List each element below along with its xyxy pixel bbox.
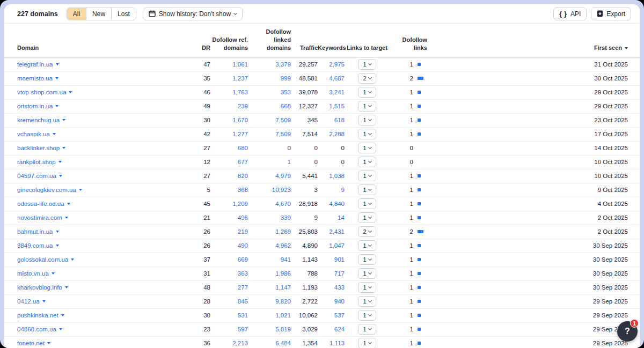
dofollow-linked-domains-link[interactable]: 1,269 bbox=[275, 228, 291, 235]
dofollow-ref-domains-link[interactable]: 669 bbox=[238, 256, 248, 263]
dofollow-linked-domains-link[interactable]: 6,484 bbox=[275, 340, 291, 346]
domain-caret-icon[interactable] bbox=[79, 189, 82, 191]
dofollow-linked-domains-link[interactable]: 5,819 bbox=[275, 326, 291, 332]
domain-caret-icon[interactable] bbox=[65, 217, 68, 219]
keywords-link[interactable]: 1,038 bbox=[329, 173, 345, 179]
domain-caret-icon[interactable] bbox=[55, 77, 58, 79]
keywords-link[interactable]: 14 bbox=[338, 214, 345, 221]
links-count-select[interactable]: 1 bbox=[358, 115, 376, 125]
links-count-select[interactable]: 1 bbox=[358, 254, 376, 265]
domain-link[interactable]: 04868.com.ua bbox=[17, 326, 56, 332]
dofollow-linked-domains-link[interactable]: 999 bbox=[281, 75, 291, 82]
dofollow-linked-domains-link[interactable]: 9,820 bbox=[275, 298, 291, 305]
links-count-select[interactable]: 2 bbox=[358, 73, 376, 84]
dofollow-linked-domains-link[interactable]: 3,379 bbox=[275, 61, 291, 68]
export-button[interactable]: Export bbox=[591, 8, 631, 20]
dofollow-ref-domains-link[interactable]: 820 bbox=[238, 173, 248, 179]
show-history-dropdown[interactable]: Show history: Don't show bbox=[143, 8, 243, 20]
keywords-link[interactable]: 537 bbox=[334, 312, 345, 319]
links-count-select[interactable]: 1 bbox=[358, 296, 376, 307]
links-count-select[interactable]: 1 bbox=[358, 59, 376, 70]
domain-link[interactable]: pushkinska.net bbox=[17, 312, 58, 319]
links-count-select[interactable]: 1 bbox=[358, 310, 376, 321]
domain-caret-icon[interactable] bbox=[69, 91, 72, 93]
dofollow-ref-domains-link[interactable]: 496 bbox=[238, 214, 248, 221]
domain-link[interactable]: toneto.net bbox=[17, 340, 45, 346]
domain-link[interactable]: vchaspik.ua bbox=[17, 131, 50, 137]
dofollow-ref-domains-link[interactable]: 1,277 bbox=[232, 131, 248, 137]
dofollow-linked-domains-link[interactable]: 4,962 bbox=[275, 242, 291, 249]
dofollow-linked-domains-link[interactable]: 941 bbox=[281, 256, 291, 263]
domain-link[interactable]: telegraf.in.ua bbox=[17, 61, 53, 68]
domain-link[interactable]: rankpilot.shop bbox=[17, 159, 56, 165]
domain-caret-icon[interactable] bbox=[58, 161, 62, 163]
col-header-domain[interactable]: Domain bbox=[4, 24, 187, 57]
dofollow-ref-domains-link[interactable]: 1,763 bbox=[232, 89, 248, 95]
col-header-links-to-target[interactable]: Links to target bbox=[345, 24, 390, 57]
domain-caret-icon[interactable] bbox=[56, 63, 59, 65]
dofollow-ref-domains-link[interactable]: 363 bbox=[238, 270, 248, 277]
links-count-select[interactable]: 1 bbox=[358, 171, 376, 181]
domain-link[interactable]: odessa-life.od.ua bbox=[17, 201, 64, 207]
dofollow-ref-domains-link[interactable]: 1,237 bbox=[232, 75, 248, 82]
dofollow-linked-domains-link[interactable]: 1 bbox=[288, 159, 291, 165]
dofollow-ref-domains-link[interactable]: 277 bbox=[238, 284, 248, 291]
domain-caret-icon[interactable] bbox=[71, 258, 74, 261]
domain-link[interactable]: 3849.com.ua bbox=[17, 242, 53, 249]
col-header-first-seen[interactable]: First seen bbox=[427, 24, 640, 57]
domain-link[interactable]: kharkovblog.info bbox=[17, 284, 62, 291]
domain-caret-icon[interactable] bbox=[55, 105, 58, 107]
dofollow-linked-domains-link[interactable]: 10,923 bbox=[272, 187, 291, 193]
domain-caret-icon[interactable] bbox=[65, 286, 68, 288]
keywords-link[interactable]: 1,047 bbox=[329, 242, 345, 249]
keywords-link[interactable]: 4,687 bbox=[329, 75, 345, 82]
dofollow-ref-domains-link[interactable]: 677 bbox=[238, 159, 248, 165]
dofollow-ref-domains-link[interactable]: 845 bbox=[238, 298, 248, 305]
domain-caret-icon[interactable] bbox=[56, 245, 59, 247]
dofollow-linked-domains-link[interactable]: 1,986 bbox=[275, 270, 291, 277]
dofollow-ref-domains-link[interactable]: 239 bbox=[238, 103, 248, 109]
dofollow-ref-domains-link[interactable]: 1,670 bbox=[232, 117, 248, 123]
domain-link[interactable]: 04597.com.ua bbox=[17, 173, 56, 179]
dofollow-ref-domains-link[interactable]: 597 bbox=[238, 326, 248, 332]
keywords-link[interactable]: 2,431 bbox=[329, 228, 345, 235]
keywords-link[interactable]: 901 bbox=[334, 256, 345, 263]
links-count-select[interactable]: 1 bbox=[358, 268, 376, 279]
domain-link[interactable]: kremenchug.ua bbox=[17, 117, 60, 123]
domain-caret-icon[interactable] bbox=[67, 203, 70, 205]
domain-link[interactable]: moemisto.ua bbox=[17, 75, 53, 82]
filter-lost-button[interactable]: Lost bbox=[111, 8, 136, 20]
dofollow-linked-domains-link[interactable]: 7,509 bbox=[275, 117, 291, 123]
keywords-link[interactable]: 9 bbox=[341, 187, 345, 193]
domain-link[interactable]: ortstom.in.ua bbox=[17, 103, 53, 109]
dofollow-ref-domains-link[interactable]: 490 bbox=[238, 242, 248, 249]
keywords-link[interactable]: 624 bbox=[334, 326, 345, 332]
dofollow-ref-domains-link[interactable]: 219 bbox=[238, 228, 248, 235]
dofollow-ref-domains-link[interactable]: 680 bbox=[238, 145, 248, 151]
keywords-link[interactable]: 2,288 bbox=[329, 131, 345, 137]
dofollow-ref-domains-link[interactable]: 1,209 bbox=[232, 201, 248, 207]
links-count-select[interactable]: 1 bbox=[358, 143, 376, 153]
dofollow-ref-domains-link[interactable]: 1,061 bbox=[232, 61, 248, 68]
dofollow-linked-domains-link[interactable]: 353 bbox=[281, 89, 291, 95]
links-count-select[interactable]: 1 bbox=[358, 157, 376, 167]
keywords-link[interactable]: 1,515 bbox=[329, 103, 345, 109]
keywords-link[interactable]: 3,241 bbox=[329, 89, 345, 95]
links-count-select[interactable]: 1 bbox=[358, 338, 376, 348]
domain-caret-icon[interactable] bbox=[42, 300, 46, 302]
col-header-dr[interactable]: DR bbox=[187, 24, 210, 57]
domain-caret-icon[interactable] bbox=[62, 147, 65, 149]
domain-link[interactable]: misto.vn.ua bbox=[17, 270, 49, 277]
links-count-select[interactable]: 1 bbox=[358, 87, 376, 98]
domain-link[interactable]: backlinker.shop bbox=[17, 145, 60, 151]
domain-link[interactable]: ginecologkiev.com.ua bbox=[17, 187, 76, 193]
dofollow-linked-domains-link[interactable]: 4,979 bbox=[275, 173, 291, 179]
links-count-select[interactable]: 1 bbox=[358, 101, 376, 112]
col-header-traffic[interactable]: Traffic bbox=[291, 24, 318, 57]
links-count-select[interactable]: 2 bbox=[358, 226, 376, 237]
col-header-dofollow-linked-domains[interactable]: Dofollow linked domains bbox=[248, 24, 291, 57]
keywords-link[interactable]: 1,113 bbox=[330, 340, 345, 346]
help-button[interactable]: ? 1 bbox=[617, 321, 638, 342]
dofollow-ref-domains-link[interactable]: 2,213 bbox=[232, 340, 248, 346]
keywords-link[interactable]: 618 bbox=[334, 117, 345, 123]
